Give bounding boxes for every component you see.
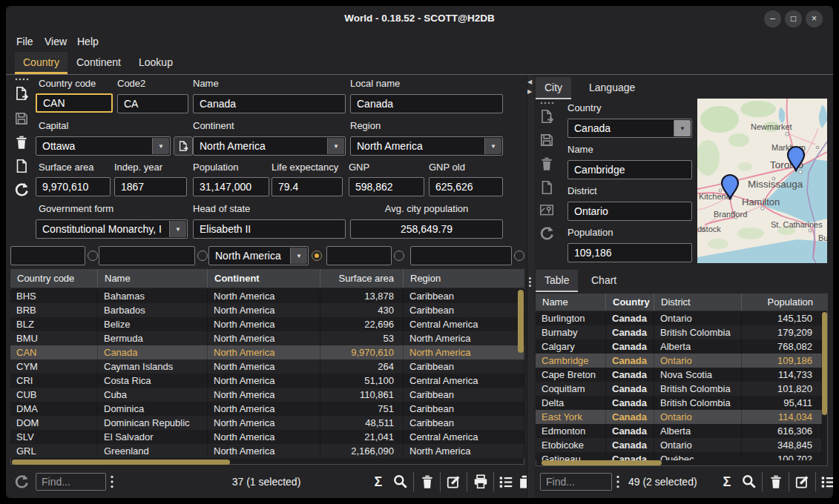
menu-file[interactable]: File <box>13 33 36 50</box>
expand-right-icon[interactable]: ▶ <box>527 88 532 96</box>
delete-icon[interactable] <box>768 474 784 490</box>
filter-toggle-icon[interactable] <box>88 251 98 261</box>
region-combobox[interactable]: North America▼ <box>350 136 503 156</box>
table-row[interactable]: EtobicokeCanadaOntario348,845 <box>536 438 822 452</box>
avg-city-population-field[interactable]: 258,649.79 <box>350 219 503 239</box>
kebab-menu-icon[interactable] <box>615 474 621 490</box>
minimize-button[interactable]: – <box>764 10 781 27</box>
find-input[interactable] <box>36 473 106 491</box>
save-icon[interactable] <box>539 132 555 148</box>
filter-continent-combobox[interactable]: North America▼ <box>208 246 309 265</box>
table-row[interactable]: SLVEl SalvadorNorth America21,041Central… <box>10 430 524 444</box>
local-name-field[interactable]: Canada <box>350 94 503 113</box>
delete-icon[interactable] <box>419 474 435 490</box>
delete-icon[interactable] <box>13 134 30 150</box>
chevron-down-icon[interactable]: ▼ <box>484 138 501 154</box>
population-field[interactable]: 31,147,000 <box>193 177 269 196</box>
kebab-menu-icon[interactable] <box>109 474 115 490</box>
edit-icon[interactable] <box>794 474 811 490</box>
table-row[interactable]: Cape BretonCanadaNova Scotia114,733 <box>536 368 822 382</box>
delete-icon[interactable] <box>539 156 555 172</box>
map-icon[interactable] <box>539 202 555 218</box>
city-name-field[interactable]: Cambridge <box>567 160 692 179</box>
column-header[interactable]: Country code <box>10 269 98 288</box>
table-row[interactable]: CRICosta RicaNorth America51,100Central … <box>10 374 524 388</box>
column-header[interactable]: Name <box>536 294 606 311</box>
surface-area-field[interactable]: 9,970,610 <box>36 177 111 196</box>
filter-country-code-input[interactable] <box>10 246 85 265</box>
chevron-down-icon[interactable]: ▼ <box>327 138 344 154</box>
filter-name-input[interactable] <box>99 246 195 265</box>
map[interactable]: Newmarket Markham Toronto Mississauga Ki… <box>697 99 827 263</box>
table-row[interactable]: GatineauCanadaQuébec100,702 <box>536 452 822 460</box>
sum-icon[interactable]: Σ <box>370 474 386 490</box>
column-header-sorted[interactable]: Continent <box>208 269 320 288</box>
table-row[interactable]: CANCanadaNorth America9,970,610North Ame… <box>10 345 524 359</box>
save-icon[interactable] <box>13 110 30 127</box>
tab-language[interactable]: Language <box>580 77 644 99</box>
print-icon[interactable] <box>473 474 489 490</box>
refresh-icon[interactable] <box>13 474 30 490</box>
table-row[interactable]: GRLGreenlandNorth America2,166,090North … <box>10 444 524 458</box>
tab-city[interactable]: City <box>536 77 571 99</box>
gnp-old-field[interactable]: 625,626 <box>429 177 503 196</box>
table-row[interactable]: EdmontonCanadaAlberta616,306 <box>536 424 822 438</box>
filter-toggle-icon[interactable] <box>514 251 524 261</box>
table-row[interactable]: CUBCubaNorth America110,861Caribbean <box>10 388 524 402</box>
horizontal-scrollbar[interactable] <box>542 460 662 465</box>
refresh-icon[interactable] <box>13 182 30 198</box>
table-row[interactable]: BLZBelizeNorth America22,696Central Amer… <box>10 317 524 331</box>
table-row[interactable]: BurlingtonCanadaOntario145,150 <box>536 311 822 325</box>
head-of-state-field[interactable]: Elisabeth II <box>193 219 346 239</box>
city-district-field[interactable]: Ontario <box>567 202 692 221</box>
filter-surface-area-input[interactable] <box>326 246 392 265</box>
horizontal-scrollbar[interactable] <box>12 460 230 465</box>
list-icon[interactable] <box>820 474 833 490</box>
new-record-icon[interactable] <box>539 108 555 125</box>
table-row[interactable]: BHSBahamasNorth America13,878Caribbean <box>10 289 524 303</box>
filter-toggle-icon-active[interactable] <box>312 251 322 261</box>
gnp-field[interactable]: 598,862 <box>349 177 424 196</box>
chevron-down-icon[interactable]: ▼ <box>169 221 186 237</box>
government-form-combobox[interactable]: Constitutional Monarchy, I▼ <box>36 219 188 239</box>
chevron-down-icon[interactable]: ▼ <box>674 120 691 136</box>
table-row[interactable]: DOMDominican RepublicNorth America48,511… <box>10 416 524 430</box>
maximize-button[interactable]: □ <box>785 10 802 27</box>
search-icon[interactable] <box>741 474 757 490</box>
goto-capital-button[interactable] <box>174 136 193 156</box>
table-row[interactable]: CoquitlamCanadaBritish Colombia101,820 <box>536 382 822 396</box>
table-row[interactable]: BurnabyCanadaBritish Colombia179,209 <box>536 325 822 339</box>
country-table-header[interactable]: Country code Name Continent Surface area… <box>10 269 524 288</box>
new-record-icon[interactable] <box>13 85 30 102</box>
sum-icon[interactable]: Σ <box>719 474 735 490</box>
city-population-field[interactable]: 109,186 <box>567 243 692 262</box>
table-row[interactable]: DeltaCanadaBritish Colombia95,411 <box>536 396 822 410</box>
code2-field[interactable]: CA <box>117 94 188 113</box>
life-expectancy-field[interactable]: 79.4 <box>272 177 343 196</box>
column-header[interactable]: Surface area <box>320 269 404 288</box>
menu-help[interactable]: Help <box>74 33 102 50</box>
table-row[interactable]: CYMCayman IslandsNorth America264Caribbe… <box>10 359 524 374</box>
splitter-handle-icon[interactable] <box>529 276 532 288</box>
vertical-scrollbar[interactable] <box>822 312 827 415</box>
copy-icon[interactable] <box>13 158 30 174</box>
column-header[interactable]: District <box>654 294 742 311</box>
menu-view[interactable]: View <box>42 33 70 50</box>
copy-icon[interactable] <box>539 179 555 196</box>
edit-icon[interactable] <box>446 474 462 490</box>
titlebar[interactable]: World - 0.18.52 - SCOTT@H2DB – □ × <box>6 6 833 31</box>
filter-toggle-icon[interactable] <box>197 251 208 261</box>
country-code-field[interactable]: CAN <box>36 93 113 113</box>
table-row[interactable]: East YorkCanadaOntario114,034 <box>536 410 822 424</box>
capital-combobox[interactable]: Ottawa▼ <box>36 136 171 156</box>
drag-handle-icon[interactable] <box>539 100 556 106</box>
refresh-icon[interactable] <box>539 225 555 242</box>
drag-handle-icon[interactable] <box>14 76 30 82</box>
chevron-down-icon[interactable]: ▼ <box>152 138 169 154</box>
column-header[interactable]: Region <box>404 269 524 288</box>
table-row[interactable]: BMUBermudaNorth America53North America <box>10 331 524 345</box>
chevron-down-icon[interactable]: ▼ <box>290 248 307 264</box>
column-header-sorted[interactable]: Country <box>606 294 654 311</box>
city-table-header[interactable]: Name Country District Population <box>536 294 828 311</box>
list-icon[interactable] <box>498 474 514 490</box>
